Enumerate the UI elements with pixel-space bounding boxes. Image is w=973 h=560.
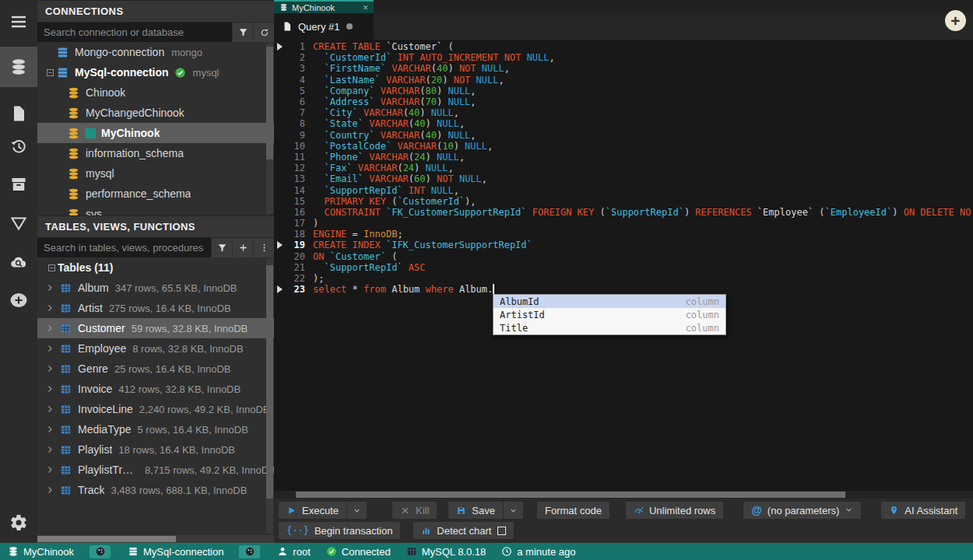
table-item-album[interactable]: Album347 rows, 65.5 KB, InnoDB bbox=[37, 278, 274, 298]
table-item-playlist[interactable]: Playlist18 rows, 16.4 KB, InnoDB bbox=[37, 439, 274, 460]
code-line-7[interactable]: 7 `City` VARCHAR(40) NULL, bbox=[274, 107, 973, 118]
code-line-4[interactable]: 4 `LastName` VARCHAR(20) NOT NULL, bbox=[274, 75, 973, 86]
code-line-17[interactable]: 17) bbox=[274, 218, 973, 229]
connection-item-performance_schema[interactable]: performance_schema bbox=[37, 184, 274, 204]
autocomplete-item-artistid[interactable]: ArtistIdcolumn bbox=[494, 308, 725, 321]
connection-item-information_schema[interactable]: information_schema bbox=[37, 143, 274, 163]
history-icon[interactable] bbox=[0, 131, 37, 162]
table-item-track[interactable]: Track3,483 rows, 688.1 KB, InnoDB bbox=[37, 480, 274, 500]
code-line-22[interactable]: 22); bbox=[274, 273, 973, 284]
tab-mychinook[interactable]: MyChinook × bbox=[274, 0, 374, 13]
parameters-button[interactable]: @ (no parameters) bbox=[743, 502, 861, 519]
connection-item-mongo-connection[interactable]: Mongo-connectionmongo bbox=[37, 42, 274, 62]
chevron-right-icon[interactable] bbox=[45, 404, 56, 414]
new-tab-button[interactable]: + bbox=[945, 10, 966, 31]
format-code-button[interactable]: Format code bbox=[537, 502, 609, 519]
table-item-mediatype[interactable]: MediaType5 rows, 16.4 KB, InnoDB bbox=[37, 419, 274, 439]
code-line-5[interactable]: 5 `Company` VARCHAR(80) NULL, bbox=[274, 86, 973, 96]
execute-button[interactable]: Execute bbox=[279, 502, 346, 519]
tables-add-icon[interactable] bbox=[233, 238, 253, 257]
execute-dropdown[interactable] bbox=[346, 502, 367, 519]
code-line-19[interactable]: 19CREATE INDEX `IFK_CustomerSupportRepId… bbox=[274, 240, 973, 250]
tables-scrollbar[interactable] bbox=[266, 259, 273, 534]
code-line-13[interactable]: 13 `Email` VARCHAR(60) NOT NULL, bbox=[274, 173, 973, 184]
table-item-artist[interactable]: Artist275 rows, 16.4 KB, InnoDB bbox=[37, 298, 274, 318]
code-line-6[interactable]: 6 `Address` VARCHAR(70) NULL, bbox=[274, 96, 973, 107]
tables-search-input[interactable] bbox=[37, 238, 211, 257]
code-line-12[interactable]: 12 `Fax` VARCHAR(24) NULL, bbox=[274, 163, 973, 173]
ai-assistant-button[interactable]: AI Assistant bbox=[881, 502, 965, 519]
tables-group-row[interactable]: Tables (11) bbox=[37, 257, 274, 278]
code-line-8[interactable]: 8 `State` VARCHAR(40) NULL, bbox=[274, 118, 973, 129]
statusbar-connection[interactable]: MySql-connection bbox=[128, 546, 223, 558]
code-line-1[interactable]: 1CREATE TABLE `Customer` ( bbox=[274, 41, 973, 52]
save-button[interactable]: Save bbox=[448, 502, 503, 519]
archive-icon[interactable] bbox=[0, 169, 37, 200]
code-line-10[interactable]: 10 `PostalCode` VARCHAR(10) NULL, bbox=[274, 141, 973, 152]
save-dropdown[interactable] bbox=[503, 502, 523, 519]
cloud-search-icon[interactable] bbox=[0, 247, 37, 278]
close-icon[interactable]: × bbox=[363, 2, 368, 13]
settings-icon[interactable] bbox=[0, 507, 37, 538]
code-line-20[interactable]: 20ON `Customer` ( bbox=[274, 251, 973, 262]
chevron-right-icon[interactable] bbox=[45, 324, 56, 333]
tables-hscrollbar[interactable] bbox=[37, 535, 274, 543]
chevron-right-icon[interactable] bbox=[45, 465, 56, 474]
connection-item-mychinook[interactable]: MyChinook bbox=[37, 123, 274, 143]
statusbar-database[interactable]: MyChinook bbox=[8, 546, 74, 558]
code-line-3[interactable]: 3 `FirstName` VARCHAR(40) NOT NULL, bbox=[274, 63, 973, 74]
filter-triangle-icon[interactable] bbox=[0, 208, 37, 239]
unlimited-rows-button[interactable]: Unlimited rows bbox=[626, 502, 723, 519]
tables-filter-icon[interactable] bbox=[212, 238, 232, 257]
database-color-badge[interactable] bbox=[90, 545, 111, 558]
table-item-invoice[interactable]: Invoice412 rows, 32.8 KB, InnoDB bbox=[37, 379, 274, 399]
connection-item-mysql[interactable]: mysql bbox=[37, 163, 274, 184]
connection-item-chinook[interactable]: Chinook bbox=[37, 82, 274, 103]
add-circle-icon[interactable] bbox=[0, 285, 37, 316]
code-line-16[interactable]: 16 CONSTRAINT `FK_CustomerSupportRepId` … bbox=[274, 207, 973, 218]
table-item-invoiceline[interactable]: InvoiceLine2,240 rows, 49.2 KB, InnoDB bbox=[37, 399, 274, 419]
table-item-genre[interactable]: Genre25 rows, 16.4 KB, InnoDB bbox=[37, 359, 274, 379]
menu-icon[interactable] bbox=[0, 6, 37, 37]
connection-color-badge[interactable] bbox=[239, 545, 260, 558]
chevron-right-icon[interactable] bbox=[45, 485, 56, 495]
code-line-21[interactable]: 21 `SupportRepId` ASC bbox=[274, 262, 973, 273]
autocomplete-item-title[interactable]: Titlecolumn bbox=[494, 321, 725, 334]
connection-item-mysql-connection[interactable]: MySql-connectionmysql bbox=[37, 62, 274, 82]
chevron-right-icon[interactable] bbox=[45, 283, 56, 292]
database-icon[interactable] bbox=[0, 47, 37, 87]
table-item-playlisttrack[interactable]: PlaylistTrack8,715 rows, 49.2 KB, InnoDB bbox=[37, 460, 274, 480]
autocomplete-item-albumid[interactable]: AlbumIdcolumn bbox=[494, 295, 725, 308]
chevron-right-icon[interactable] bbox=[45, 364, 56, 373]
connections-refresh-icon[interactable] bbox=[254, 23, 274, 42]
sql-editor[interactable]: 1CREATE TABLE `Customer` (2 `CustomerId`… bbox=[274, 40, 973, 491]
table-item-employee[interactable]: Employee8 rows, 32.8 KB, InnoDB bbox=[37, 338, 274, 359]
kill-button[interactable]: Kill bbox=[392, 502, 437, 519]
code-line-18[interactable]: 18ENGINE = InnoDB; bbox=[274, 229, 973, 240]
begin-transaction-button[interactable]: {··} Begin transaction bbox=[279, 522, 400, 539]
code-line-9[interactable]: 9 `Country` VARCHAR(40) NULL, bbox=[274, 130, 973, 141]
collapse-icon[interactable] bbox=[44, 68, 56, 78]
code-line-15[interactable]: 15 PRIMARY KEY (`CustomerId`), bbox=[274, 196, 973, 207]
tables-more-icon[interactable] bbox=[254, 238, 274, 257]
table-item-customer[interactable]: Customer59 rows, 32.8 KB, InnoDB bbox=[37, 318, 274, 338]
connections-filter-icon[interactable] bbox=[233, 23, 253, 42]
collapse-icon[interactable] bbox=[45, 263, 58, 273]
chevron-right-icon[interactable] bbox=[45, 445, 56, 454]
connection-item-sys[interactable]: sys bbox=[37, 204, 274, 215]
code-line-14[interactable]: 14 `SupportRepId` INT NULL, bbox=[274, 184, 973, 195]
chevron-right-icon[interactable] bbox=[45, 344, 56, 353]
chevron-right-icon[interactable] bbox=[45, 425, 56, 434]
code-line-11[interactable]: 11 `Phone` VARCHAR(24) NULL, bbox=[274, 152, 973, 163]
connection-item-mychangedchinook[interactable]: MyChangedChinook bbox=[37, 103, 274, 123]
editor-hscrollbar[interactable] bbox=[274, 491, 973, 499]
detect-chart-checkbox[interactable] bbox=[497, 527, 506, 535]
detect-chart-button[interactable]: Detect chart bbox=[413, 522, 514, 539]
tab-query-1[interactable]: Query #1 bbox=[274, 13, 374, 40]
code-line-2[interactable]: 2 `CustomerId` INT AUTO_INCREMENT NOT NU… bbox=[274, 52, 973, 63]
connections-scrollbar[interactable] bbox=[266, 44, 273, 214]
chevron-right-icon[interactable] bbox=[45, 303, 56, 313]
connections-search-input[interactable] bbox=[37, 23, 232, 42]
file-icon[interactable] bbox=[0, 98, 37, 129]
chevron-right-icon[interactable] bbox=[45, 384, 56, 394]
